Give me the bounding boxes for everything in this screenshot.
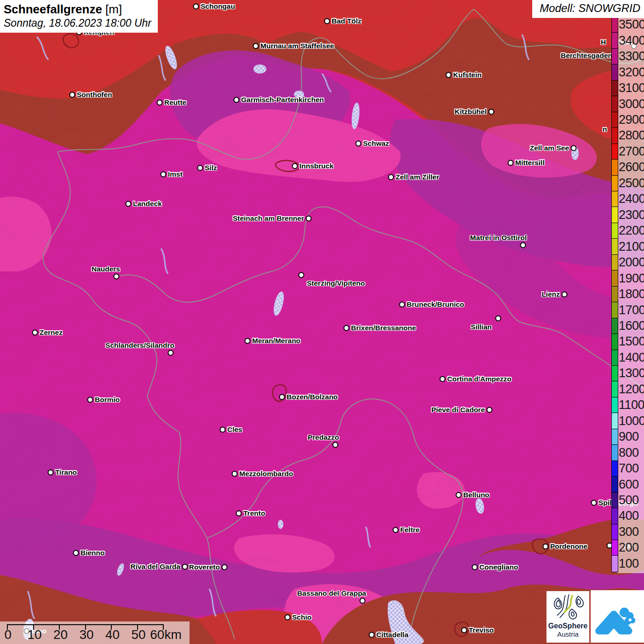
colorbar-tick-label: 2100 [619, 239, 644, 253]
colorbar-tick-label: 2000 [619, 255, 644, 270]
colorbar-tick-label: 2800 [619, 128, 644, 143]
colorbar-segments [611, 17, 618, 572]
colorbar-segment [612, 160, 618, 175]
colorbar-tick-label: 600 [619, 477, 639, 491]
colorbar-tick-label: 500 [619, 493, 639, 507]
geosphere-logo-text: GeoSphere [548, 622, 587, 630]
colorbar-segment [612, 413, 618, 429]
scalebar-tick-label: 40 [105, 627, 120, 642]
colorbar-tick-label: 1600 [619, 318, 644, 333]
colorbar-segment [612, 112, 618, 128]
scalebar-tick-label: 10 [27, 627, 41, 642]
colorbar-segment [612, 524, 618, 540]
colorbar-segment [612, 80, 618, 96]
colorbar-segment [612, 287, 618, 302]
colorbar-segment [612, 350, 618, 366]
colorbar-tick-label: 3500 [619, 17, 644, 32]
colorbar-segment [612, 477, 618, 492]
colorbar-tick-label: 1800 [619, 287, 644, 301]
title-unit: [m] [105, 2, 122, 16]
colorbar-tick-label: 3200 [619, 65, 644, 79]
mountain-cloud-logo-icon [595, 596, 639, 637]
scalebar-tick-label: 60km [150, 627, 181, 642]
truncated-city-label: Berchtesgaden [561, 52, 612, 60]
colorbar-segment [612, 270, 618, 286]
colorbar-tick-label: 300 [619, 524, 639, 539]
colorbar-tick-label: 400 [619, 509, 639, 523]
scalebar-tick-label: 50 [131, 627, 145, 642]
colorbar-tick-label: 3100 [619, 81, 644, 95]
colorbar-segment [612, 239, 618, 254]
map-subtitle-datetime: Sonntag, 18.06.2023 18:00 Uhr [4, 17, 151, 29]
colorbar-segment [612, 191, 618, 207]
colorbar-tick-label: 900 [619, 430, 639, 444]
weather-map: SchongauBad TölzKemptenMurnau am Staffel… [0, 0, 644, 644]
partner-logo-box [591, 590, 644, 643]
colorbar-tick-label: 2500 [619, 176, 644, 190]
colorbar-tick-label: 800 [619, 445, 639, 460]
truncated-city-label: n [603, 125, 607, 133]
geosphere-logo-box: GeoSphere Austria [546, 591, 589, 643]
colorbar-tick-label: 2400 [619, 192, 644, 206]
colorbar-tick-label: 1300 [619, 366, 644, 380]
scalebar-tick-label: 0 [4, 627, 12, 642]
colorbar-tick-label: 1700 [619, 303, 644, 317]
title-variable: Schneefallgrenze [4, 2, 102, 16]
colorbar-tick-label: 2600 [619, 160, 644, 174]
colorbar-tick-label: 1500 [619, 334, 644, 349]
colorbar-segment [612, 366, 618, 381]
model-box: Modell: SNOWGRID [532, 0, 644, 18]
colorbar-tick-label: 1400 [619, 350, 644, 364]
colorbar-labels: 3500340033003200310030002900280027002600… [619, 17, 644, 573]
colorbar-segment [612, 255, 618, 270]
colorbar-tick-label: 2200 [619, 224, 644, 238]
scalebar-tick-label: 20 [53, 627, 68, 642]
colorbar-tick-label: 1200 [619, 382, 644, 396]
geosphere-logo-country: Austria [557, 630, 579, 638]
colorbar-segment [612, 64, 618, 80]
colorbar-tick-label: 3000 [619, 97, 644, 111]
colorbar-tick-label: 1000 [619, 414, 644, 428]
colorbar-segment [612, 302, 618, 318]
model-label: Modell: SNOWGRID [540, 2, 640, 14]
colorbar-tick-label: 2300 [619, 207, 644, 222]
colorbar-tick-label: 2900 [619, 112, 644, 126]
geosphere-contour-icon [552, 593, 585, 622]
fragment-layer: HlleinBerchtesgadennSpilibergoipoIseo [0, 0, 644, 644]
map-title: Schneefallgrenze [m] [4, 2, 151, 17]
colorbar-tick-label: 100 [619, 556, 639, 570]
colorbar-tick-label: 2700 [619, 144, 644, 158]
colorbar-segment [612, 508, 618, 524]
colorbar-segment [612, 223, 618, 239]
colorbar-segment [612, 445, 618, 460]
colorbar-segment [612, 556, 618, 571]
colorbar-segment [612, 128, 618, 144]
colorbar-tick-label: 3300 [619, 49, 644, 63]
colorbar-tick-label: 3400 [619, 33, 644, 47]
colorbar-segment [612, 397, 618, 413]
colorbar-segment [612, 144, 618, 160]
colorbar-segment [612, 176, 618, 191]
colorbar-segment [612, 96, 618, 112]
scalebar: 0102030405060km [0, 621, 190, 644]
colorbar-segment [612, 17, 618, 33]
colorbar-tick-label: 200 [619, 540, 639, 555]
colorbar-segment [612, 334, 618, 350]
colorbar-segment [612, 49, 618, 64]
colorbar-segment [612, 318, 618, 334]
colorbar-tick-label: 700 [619, 461, 639, 476]
colorbar-segment [612, 429, 618, 445]
colorbar-segment [612, 493, 618, 508]
colorbar-segment [612, 540, 618, 556]
colorbar-segment [612, 381, 618, 397]
colorbar-tick-label: 1100 [619, 398, 644, 412]
colorbar-segment [612, 461, 618, 477]
title-box: Schneefallgrenze [m] Sonntag, 18.06.2023… [0, 0, 158, 33]
colorbar-segment [612, 33, 618, 48]
colorbar-segment [612, 207, 618, 223]
scalebar-tick-label: 30 [79, 627, 93, 642]
truncated-city-label: H [601, 38, 606, 46]
colorbar-tick-label: 1900 [619, 271, 644, 285]
